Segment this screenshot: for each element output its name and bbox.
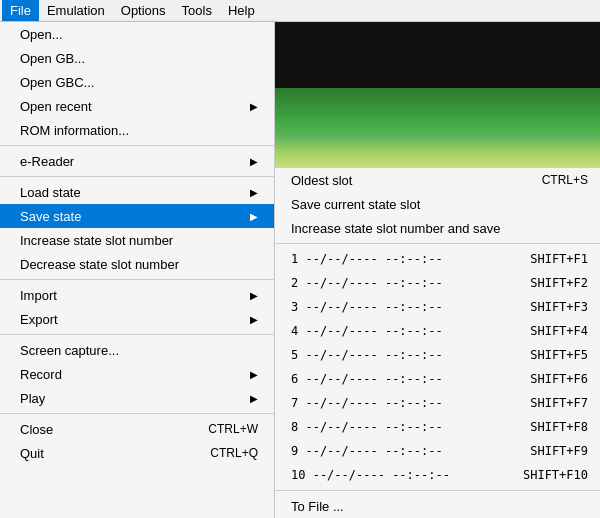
submenu-separator [275, 243, 600, 244]
submenu-item[interactable]: 8 --/--/---- --:--:--SHIFT+F8 [275, 415, 600, 439]
file-menu-item[interactable]: Screen capture... [0, 338, 274, 362]
file-menu-item[interactable]: Export▶ [0, 307, 274, 331]
menubar-item-help[interactable]: Help [220, 0, 263, 21]
menu-item-label: Import [20, 288, 57, 303]
submenu-arrow-icon: ▶ [250, 156, 258, 167]
submenu-item-shortcut: SHIFT+F10 [523, 468, 588, 482]
submenu-item-label: 1 --/--/---- --:--:-- [291, 252, 443, 266]
menu-item-label: Record [20, 367, 62, 382]
menu-separator [0, 176, 274, 177]
submenu-item[interactable]: 10 --/--/---- --:--:--SHIFT+F10 [275, 463, 600, 487]
menubar-item-tools[interactable]: Tools [174, 0, 220, 21]
menubar-item-file[interactable]: File [2, 0, 39, 21]
submenu-item-label: 10 --/--/---- --:--:-- [291, 468, 450, 482]
submenu-item-label: 3 --/--/---- --:--:-- [291, 300, 443, 314]
file-menu-item[interactable]: CloseCTRL+W [0, 417, 274, 441]
submenu-arrow-icon: ▶ [250, 369, 258, 380]
submenu-item-label: 6 --/--/---- --:--:-- [291, 372, 443, 386]
menubar-item-options[interactable]: Options [113, 0, 174, 21]
submenu-item[interactable]: Oldest slotCTRL+S [275, 168, 600, 192]
file-menu-item[interactable]: ROM information... [0, 118, 274, 142]
submenu-item-shortcut: SHIFT+F7 [530, 396, 588, 410]
submenu-item[interactable]: 4 --/--/---- --:--:--SHIFT+F4 [275, 319, 600, 343]
submenu-item-label: 4 --/--/---- --:--:-- [291, 324, 443, 338]
right-panel: Oldest slotCTRL+SSave current state slot… [275, 22, 600, 518]
submenu-item-shortcut: SHIFT+F6 [530, 372, 588, 386]
game-view-green-area [275, 88, 600, 168]
menu-item-label: Open... [20, 27, 63, 42]
menu-item-shortcut: CTRL+Q [210, 446, 258, 460]
submenu-item[interactable]: 7 --/--/---- --:--:--SHIFT+F7 [275, 391, 600, 415]
file-menu: Open...Open GB...Open GBC...Open recent▶… [0, 22, 275, 518]
submenu-arrow-icon: ▶ [250, 290, 258, 301]
submenu-item-label: Save current state slot [291, 197, 420, 212]
submenu-item-label: 8 --/--/---- --:--:-- [291, 420, 443, 434]
menu-separator [0, 145, 274, 146]
submenu-arrow-icon: ▶ [250, 101, 258, 112]
save-state-submenu: Oldest slotCTRL+SSave current state slot… [275, 168, 600, 518]
menu-item-label: Open GBC... [20, 75, 94, 90]
submenu-item-label: Oldest slot [291, 173, 352, 188]
submenu-item[interactable]: 3 --/--/---- --:--:--SHIFT+F3 [275, 295, 600, 319]
submenu-item-label: 5 --/--/---- --:--:-- [291, 348, 443, 362]
file-menu-item[interactable]: Decrease state slot number [0, 252, 274, 276]
submenu-item-shortcut: SHIFT+F9 [530, 444, 588, 458]
submenu-separator [275, 490, 600, 491]
menu-item-label: Export [20, 312, 58, 327]
submenu-item-label: 2 --/--/---- --:--:-- [291, 276, 443, 290]
menu-item-label: e-Reader [20, 154, 74, 169]
submenu-item-shortcut: SHIFT+F4 [530, 324, 588, 338]
menu-item-label: Quit [20, 446, 44, 461]
menu-item-label: Increase state slot number [20, 233, 173, 248]
file-menu-item[interactable]: e-Reader▶ [0, 149, 274, 173]
menu-item-shortcut: CTRL+W [208, 422, 258, 436]
submenu-item[interactable]: 9 --/--/---- --:--:--SHIFT+F9 [275, 439, 600, 463]
file-menu-item[interactable]: Open recent▶ [0, 94, 274, 118]
main-area: Open...Open GB...Open GBC...Open recent▶… [0, 22, 600, 518]
submenu-item-shortcut: SHIFT+F2 [530, 276, 588, 290]
menu-separator [0, 334, 274, 335]
submenu-item[interactable]: Save current state slot [275, 192, 600, 216]
submenu-item-shortcut: SHIFT+F3 [530, 300, 588, 314]
game-view [275, 22, 600, 168]
menu-item-label: ROM information... [20, 123, 129, 138]
menu-item-label: Open GB... [20, 51, 85, 66]
file-menu-item[interactable]: Play▶ [0, 386, 274, 410]
submenu-item[interactable]: 6 --/--/---- --:--:--SHIFT+F6 [275, 367, 600, 391]
submenu-item-label: To File ... [291, 499, 344, 514]
menu-item-label: Save state [20, 209, 81, 224]
submenu-arrow-icon: ▶ [250, 393, 258, 404]
menu-item-label: Load state [20, 185, 81, 200]
file-menu-item[interactable]: Increase state slot number [0, 228, 274, 252]
submenu-arrow-icon: ▶ [250, 211, 258, 222]
menubar-item-emulation[interactable]: Emulation [39, 0, 113, 21]
menu-item-label: Screen capture... [20, 343, 119, 358]
submenu-arrow-icon: ▶ [250, 314, 258, 325]
file-menu-item[interactable]: Import▶ [0, 283, 274, 307]
submenu-item[interactable]: 2 --/--/---- --:--:--SHIFT+F2 [275, 271, 600, 295]
menu-item-label: Play [20, 391, 45, 406]
submenu-item-shortcut: SHIFT+F8 [530, 420, 588, 434]
menu-item-label: Close [20, 422, 53, 437]
submenu-item-label: Increase state slot number and save [291, 221, 501, 236]
submenu-item[interactable]: 1 --/--/---- --:--:--SHIFT+F1 [275, 247, 600, 271]
file-menu-item[interactable]: Record▶ [0, 362, 274, 386]
submenu-item[interactable]: To File ... [275, 494, 600, 518]
submenu-item[interactable]: Increase state slot number and save [275, 216, 600, 240]
menu-item-label: Open recent [20, 99, 92, 114]
file-menu-item[interactable]: Open... [0, 22, 274, 46]
file-menu-item[interactable]: Load state▶ [0, 180, 274, 204]
file-menu-item[interactable]: Save state▶ [0, 204, 274, 228]
menu-bar: FileEmulationOptionsToolsHelp [0, 0, 600, 22]
submenu-item-shortcut: SHIFT+F5 [530, 348, 588, 362]
submenu-arrow-icon: ▶ [250, 187, 258, 198]
file-menu-item[interactable]: QuitCTRL+Q [0, 441, 274, 465]
submenu-item-shortcut: CTRL+S [542, 173, 588, 187]
submenu-item-label: 7 --/--/---- --:--:-- [291, 396, 443, 410]
submenu-item-label: 9 --/--/---- --:--:-- [291, 444, 443, 458]
file-menu-item[interactable]: Open GBC... [0, 70, 274, 94]
submenu-item[interactable]: 5 --/--/---- --:--:--SHIFT+F5 [275, 343, 600, 367]
menu-separator [0, 279, 274, 280]
menu-item-label: Decrease state slot number [20, 257, 179, 272]
file-menu-item[interactable]: Open GB... [0, 46, 274, 70]
